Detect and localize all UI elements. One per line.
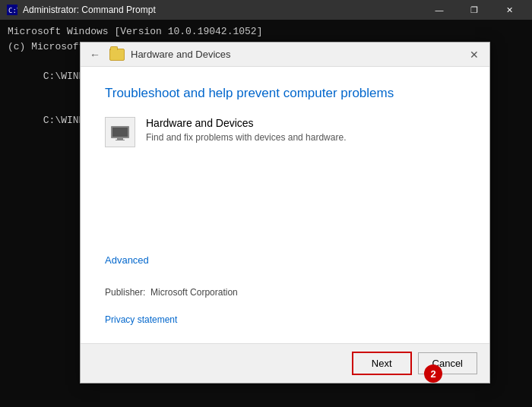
maximize-button[interactable]: ❐ <box>458 0 491 20</box>
dialog-titlebar: ← Hardware and Devices ✕ <box>81 43 489 67</box>
cmd-line1: Microsoft Windows [Version 10.0.19042.10… <box>8 24 524 39</box>
dialog-body: Troubleshoot and help prevent computer p… <box>81 67 489 343</box>
dialog-item-desc: Find and fix problems with devices and h… <box>146 132 346 143</box>
dialog-title: Hardware and Devices <box>131 49 231 60</box>
dialog-back-button[interactable]: ← <box>87 47 103 62</box>
cmd-titlebar-left: C:\ Administrator: Command Prompt <box>6 4 156 16</box>
step-badge-2: 2 <box>424 364 442 383</box>
cmd-title: Administrator: Command Prompt <box>23 5 156 15</box>
cmd-titlebar: C:\ Administrator: Command Prompt — ❐ ✕ <box>0 0 532 20</box>
hardware-item: Hardware and Devices Find and fix proble… <box>105 114 465 150</box>
dialog-titlebar-left: ← Hardware and Devices <box>87 47 231 62</box>
publisher-info: Publisher: Microsoft Corporation <box>105 287 465 298</box>
folder-icon <box>109 49 125 61</box>
hardware-device-icon <box>105 117 135 147</box>
dialog-spacer <box>105 162 465 242</box>
svg-rect-3 <box>112 128 128 137</box>
publisher-label: Publisher: <box>105 287 145 298</box>
dialog-close-button[interactable]: ✕ <box>465 46 483 64</box>
close-button[interactable]: ✕ <box>492 0 526 20</box>
svg-text:C:\: C:\ <box>8 7 17 14</box>
svg-rect-5 <box>116 140 125 140</box>
cmd-window: C:\ Administrator: Command Prompt — ❐ ✕ … <box>0 0 532 407</box>
privacy-statement-link[interactable]: Privacy statement <box>105 314 465 325</box>
dialog-item-title: Hardware and Devices <box>146 117 346 129</box>
advanced-link[interactable]: Advanced <box>105 254 465 266</box>
minimize-button[interactable]: — <box>423 0 456 20</box>
cmd-controls: — ❐ ✕ <box>423 0 526 20</box>
dialog-heading: Troubleshoot and help prevent computer p… <box>105 85 465 102</box>
cmd-app-icon: C:\ <box>6 4 18 16</box>
next-button[interactable]: Next <box>352 352 412 375</box>
troubleshoot-dialog: ← Hardware and Devices ✕ Troubleshoot an… <box>80 42 490 383</box>
svg-rect-4 <box>117 138 123 140</box>
publisher-name: Microsoft Corporation <box>150 287 238 298</box>
dialog-item-text: Hardware and Devices Find and fix proble… <box>146 117 346 143</box>
